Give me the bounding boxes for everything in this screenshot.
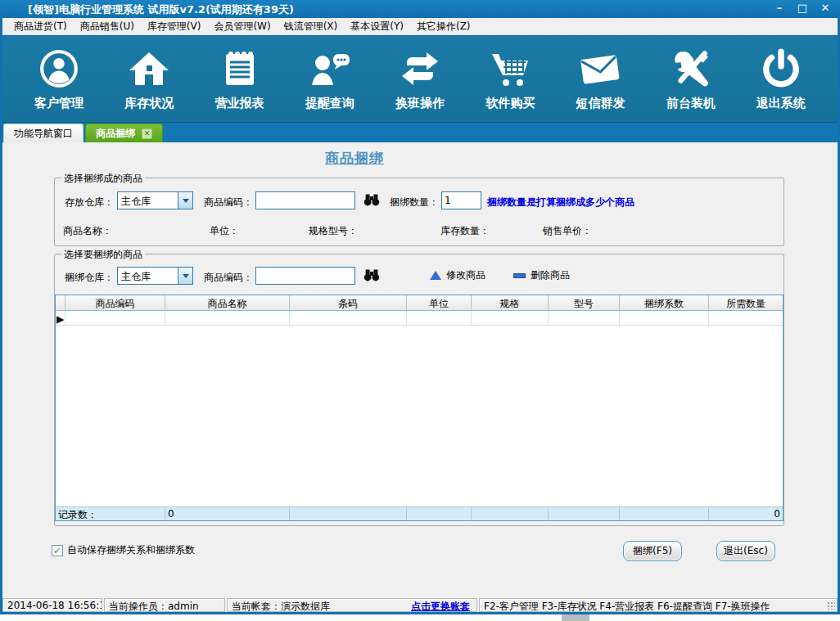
menu-item-inventory[interactable]: 库存管理(V) (141, 18, 208, 35)
toolbar-item-customer-mgmt[interactable]: 客户管理 (16, 47, 102, 111)
group-bundle-target: 选择捆绑成的商品 存放仓库： 主仓库 商品编码： 捆绑数量： 捆绑数量是打算捆绑… (54, 178, 784, 246)
status-account: 当前帐套：演示数据库 (232, 601, 330, 612)
cell-model (549, 311, 620, 326)
row-selector-icon: ▶ (56, 311, 65, 326)
column-header[interactable]: 规格 (472, 295, 549, 311)
modify-triangle-icon (430, 271, 441, 280)
close-button[interactable]: ✕ (819, 2, 832, 14)
cell-bundle-factor (620, 311, 709, 326)
cell-product-code (65, 311, 165, 326)
table-footer-row: 记录数： 0 0 (56, 506, 783, 520)
user-circle-icon (38, 47, 79, 89)
column-header[interactable]: 单位 (407, 295, 472, 311)
toolbar-item-shift-change[interactable]: 换班操作 (377, 47, 463, 111)
autosave-checkbox-label: 自动保存捆绑关系和捆绑系数 (67, 543, 195, 557)
toolbar-item-exit-system[interactable]: 退出系统 (738, 47, 824, 111)
menu-item-settings[interactable]: 基本设置(Y) (344, 18, 410, 35)
record-count-value: 0 (165, 506, 290, 520)
checkbox-checked-icon[interactable]: ✓ (52, 545, 63, 556)
status-shortcuts-panel: F2-客户管理 F3-库存状况 F4-营业报表 F6-提醒查询 F7-换班操作 (479, 598, 838, 612)
status-shortcuts: F2-客户管理 F3-库存状况 F4-营业报表 F6-提醒查询 F7-换班操作 (484, 601, 770, 612)
toolbar-item-front-desk-setup[interactable]: 前台装机 (648, 47, 734, 111)
cell-spec (472, 311, 549, 326)
toolbar-item-stock-status[interactable]: 库存状况 (106, 47, 192, 111)
footer-cell (549, 506, 620, 520)
toolbar-item-sms-broadcast[interactable]: 短信群发 (558, 47, 643, 111)
toolbar-item-business-report[interactable]: 营业报表 (197, 47, 282, 111)
resize-grip[interactable] (827, 601, 835, 610)
bundle-qty-hint: 捆绑数量是打算捆绑成多少个商品 (487, 196, 635, 209)
menu-item-members[interactable]: 会员管理(W) (207, 18, 277, 35)
menubar: 商品进货(T) 商品销售(U) 库存管理(V) 会员管理(W) 钱流管理(X) … (2, 18, 838, 35)
main-content: 商品捆绑 选择捆绑成的商品 存放仓库： 主仓库 商品编码： 捆绑数量： 捆绑数量… (2, 142, 838, 598)
binoculars-search-icon[interactable] (364, 269, 380, 282)
column-header[interactable]: 捆绑系数 (620, 295, 709, 311)
dropdown-arrow-icon[interactable] (178, 192, 192, 209)
group-bundle-sources: 选择要捆绑的商品 捆绑仓库： 主仓库 商品编码： 修改商品 删除商品 (54, 254, 784, 526)
warehouse-select[interactable]: 主仓库 (117, 191, 193, 209)
sync-arrows-icon (399, 47, 441, 89)
page-title: 商品捆绑 (2, 149, 707, 168)
tabstrip: 功能导航窗口 商品捆绑 ✕ (2, 123, 838, 142)
status-account-panel: 当前帐套：演示数据库 点击更换账套 (227, 598, 477, 612)
power-icon (761, 47, 802, 89)
menu-item-purchase[interactable]: 商品进货(T) (7, 18, 74, 35)
tab-label: 功能导航窗口 (14, 127, 73, 141)
desktop-background (0, 614, 840, 621)
column-header[interactable]: 条码 (290, 295, 407, 311)
menu-item-other[interactable]: 其它操作(Z) (410, 18, 477, 35)
footer-total-value: 0 (709, 506, 783, 520)
app-window: [领智]电脑行业管理系统 试用版v7.2(试用期还有39天) – □ ✕ 商品进… (0, 0, 840, 614)
selector-column-header (56, 295, 65, 311)
dropdown-arrow-icon[interactable] (178, 268, 192, 284)
menu-item-cashflow[interactable]: 钱流管理(X) (278, 18, 345, 35)
binoculars-search-icon[interactable] (364, 194, 380, 207)
window-controls: – □ ✕ (773, 2, 832, 14)
menu-item-sales[interactable]: 商品销售(U) (74, 18, 141, 35)
warehouse-selected-value: 主仓库 (118, 268, 178, 284)
window-title: [领智]电脑行业管理系统 试用版v7.2(试用期还有39天) (28, 2, 294, 17)
delete-product-action[interactable]: 删除商品 (513, 268, 570, 282)
bundle-warehouse-select[interactable]: 主仓库 (117, 267, 193, 285)
notepad-icon (221, 47, 259, 89)
minimize-button[interactable]: – (773, 2, 786, 14)
cell-unit (407, 311, 472, 326)
tab-close-icon[interactable]: ✕ (142, 128, 152, 139)
bundle-qty-label: 捆绑数量： (390, 196, 439, 209)
tab-function-nav[interactable]: 功能导航窗口 (3, 124, 84, 142)
autosave-checkbox-row[interactable]: ✓ 自动保存捆绑关系和捆绑系数 (52, 543, 195, 557)
group-legend: 选择捆绑成的商品 (61, 172, 145, 186)
cell-required-qty (709, 311, 783, 326)
product-name-label: 商品名称： (63, 224, 112, 238)
record-count-label: 记录数： (56, 506, 165, 520)
desktop-artifact (562, 614, 589, 621)
exit-button[interactable]: 退出(Esc) (716, 541, 775, 561)
status-datetime: 2014-06-18 16:56:11 (2, 598, 102, 612)
footer-cell (407, 506, 472, 520)
tab-product-bundle[interactable]: 商品捆绑 ✕ (85, 124, 163, 142)
status-operator: 当前操作员：admin (104, 598, 225, 612)
mail-envelope-icon (577, 47, 623, 89)
switch-account-link[interactable]: 点击更换账套 (411, 600, 470, 612)
source-code-input[interactable] (255, 267, 355, 285)
column-header[interactable]: 商品编码 (65, 295, 165, 311)
toolbar-item-software-purchase[interactable]: 软件购买 (467, 47, 553, 111)
titlebar: [领智]电脑行业管理系统 试用版v7.2(试用期还有39天) – □ ✕ (0, 0, 840, 18)
table-row[interactable]: ▶ (56, 311, 783, 326)
modify-product-action[interactable]: 修改商品 (430, 268, 485, 282)
statusbar: 2014-06-18 16:56:11 当前操作员：admin 当前帐套：演示数… (2, 598, 838, 612)
group-legend: 选择要捆绑的商品 (61, 248, 145, 262)
footer-cell (472, 506, 549, 520)
bundle-button[interactable]: 捆绑(F5) (623, 541, 682, 561)
column-header[interactable]: 商品名称 (165, 295, 290, 311)
product-code-input[interactable] (255, 191, 355, 209)
column-header[interactable]: 所需数量 (709, 295, 783, 311)
delete-minus-icon (513, 273, 526, 278)
bundle-qty-input[interactable] (441, 191, 481, 209)
toolbar-item-reminder-query[interactable]: 提醒查询 (287, 47, 373, 111)
delete-product-label: 删除商品 (531, 268, 570, 282)
maximize-button[interactable]: □ (796, 2, 809, 14)
column-header[interactable]: 型号 (549, 295, 620, 311)
shopping-cart-icon (489, 47, 531, 89)
unit-label: 单位： (210, 224, 239, 238)
